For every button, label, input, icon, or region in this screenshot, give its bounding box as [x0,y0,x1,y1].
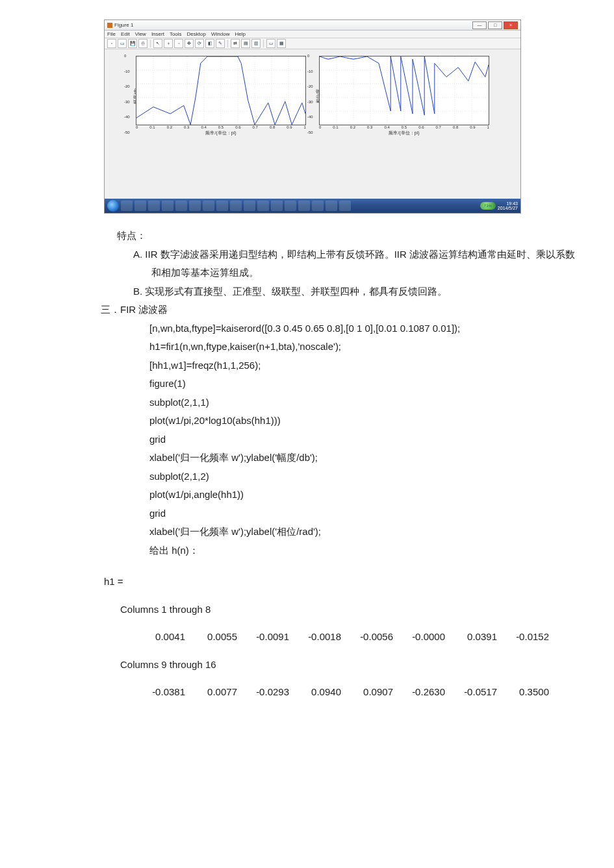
window-title: Figure 1 [114,22,133,28]
toolbar-print-icon[interactable]: ⎙ [138,39,147,48]
yticks-mag: 0 -10 -20 -30 -40 -50 [124,54,130,134]
matlab-code-block: [n,wn,bta,ftype]=kaiserord([0.3 0.45 0.6… [149,319,582,560]
document-body: 特点： A. IIR 数字滤波器采用递归型结构，即结构上带有反馈环路。IIR 滤… [32,227,582,702]
taskbar-app-icon[interactable] [175,201,187,211]
taskbar-app-icon[interactable] [230,201,242,211]
xticks-phase: 0 0.1 0.2 0.3 0.4 0.5 0.6 0.7 0.8 0.9 1 [319,125,489,129]
menubar: File Edit View Insert Tools Desktop Wind… [105,31,520,38]
toolbar-legend-icon[interactable]: ▥ [251,39,261,48]
toolbar-pan-icon[interactable]: ✥ [185,39,194,48]
menu-tools[interactable]: Tools [170,31,182,37]
taskbar-app-icon[interactable] [271,201,283,211]
toolbar-brush-icon[interactable]: ✎ [216,39,225,48]
toolbar-pointer-icon[interactable]: ↖ [153,39,162,48]
code-line: subplot(2,1,2) [149,467,582,486]
taskbar-app-icon[interactable] [339,201,351,211]
windows-taskbar: 73% 19:43 2014/5/27 [105,199,520,213]
section-3-heading: 三．FIR 滤波器 [101,301,582,319]
taskbar-app-icon[interactable] [244,201,255,211]
taskbar-app-icon[interactable] [216,201,228,211]
menu-edit[interactable]: Edit [121,31,130,37]
taskbar-app-icon[interactable] [312,201,324,211]
taskbar-app-icon[interactable] [121,201,133,211]
toolbar-link-icon[interactable]: ⇄ [231,39,240,48]
toolbar-guide-icon[interactable]: ▦ [277,39,286,48]
taskbar-app-icon[interactable] [326,201,337,211]
columns-9-16: Columns 9 through 16 [120,656,582,675]
code-line: h1=fir1(n,wn,ftype,kaiser(n+1,bta),'nosc… [149,338,582,356]
taskbar-app-icon[interactable] [203,201,214,211]
close-button[interactable]: × [504,21,518,29]
code-line: grid [149,504,582,523]
columns-1-8: Columns 1 through 8 [120,601,582,619]
code-line: figure(1) [149,375,582,393]
menu-desktop[interactable]: Desktop [187,31,206,37]
toolbar-rotate3d-icon[interactable]: ⟳ [195,39,204,48]
code-line: xlabel('归一化频率 w');ylabel('幅度/db'); [149,449,582,467]
yticks-phase: 0 -10 -20 -30 -40 -50 [307,54,313,134]
magnitude-plot-svg [136,56,305,125]
h1-label: h1 = [104,573,582,591]
tedian-label: 特点： [117,227,582,245]
toolbar: ▫ ▭ 💾 ⎙ ↖ ＋ － ✥ ⟳ ◧ ✎ ⇄ ▤ ▥ ▭ ▦ [105,38,520,49]
clock-time: 19:43 [506,201,518,206]
axes-phase: 相位/度 0 -10 -20 -30 -40 -50 0 0.1 [319,56,489,136]
phase-plot-svg [320,56,489,125]
toolbar-annotate-icon[interactable]: ▭ [266,39,275,48]
window-icon [107,23,112,28]
minimize-button[interactable]: — [472,21,487,29]
code-line: [hh1,w1]=freqz(h1,1,256); [149,356,582,375]
figure-canvas: 幅度/db 0 -10 -20 -30 -40 -50 0 0.1 [105,49,520,199]
h1-row-2: -0.0381 0.0077 -0.0293 0.0940 0.0907 -0.… [133,683,582,702]
toolbar-open-icon[interactable]: ▭ [118,39,127,48]
menu-insert[interactable]: Insert [151,31,164,37]
menu-help[interactable]: Help [235,31,245,37]
taskbar-app-icon[interactable] [134,201,146,211]
taskbar-app-icon[interactable] [298,201,310,211]
code-line: subplot(2,1,1) [149,393,582,412]
code-line: grid [149,430,582,449]
h1-row-1: 0.0041 0.0055 -0.0091 -0.0018 -0.0056 -0… [133,628,582,647]
xlabel-phase: 频率/(单位：pi) [319,130,489,136]
taskbar-app-icon[interactable] [162,201,173,211]
clock-date: 2014/5/27 [498,206,518,210]
code-line: [n,wn,bta,ftype]=kaiserord([0.3 0.45 0.6… [149,319,582,338]
taskbar-app-icon[interactable] [148,201,160,211]
xticks-mag: 0 0.1 0.2 0.3 0.4 0.5 0.6 0.7 0.8 0.9 1 [136,125,306,129]
matlab-figure-window: Figure 1 — □ × File Edit View Insert Too… [104,19,521,214]
code-line: xlabel('归一化频率 w');ylabel('相位/rad'); [149,523,582,541]
code-line: plot(w1/pi,angle(hh1)) [149,486,582,504]
xlabel-mag: 频率/(单位：pi) [136,130,306,136]
toolbar-zoomin-icon[interactable]: ＋ [164,39,173,48]
menu-window[interactable]: Window [211,31,229,37]
toolbar-new-icon[interactable]: ▫ [107,39,116,48]
maximize-button[interactable]: □ [488,21,502,29]
taskbar-app-icon[interactable] [285,201,296,211]
code-line: plot(w1/pi,20*log10(abs(hh1))) [149,412,582,430]
axes-magnitude: 幅度/db 0 -10 -20 -30 -40 -50 0 0.1 [136,56,306,136]
system-tray: 73% 19:43 2014/5/27 [480,201,518,210]
toolbar-datatip-icon[interactable]: ◧ [205,39,214,48]
toolbar-colorbar-icon[interactable]: ▤ [241,39,250,48]
window-titlebar: Figure 1 — □ × [105,20,520,31]
start-button-icon[interactable] [107,200,119,212]
toolbar-zoomout-icon[interactable]: － [174,39,183,48]
menu-view[interactable]: View [135,31,146,37]
point-b: B. 实现形式有直接型、正准型、级联型、并联型四种，都具有反馈回路。 [133,282,582,301]
menu-file[interactable]: File [107,31,116,37]
taskbar-app-icon[interactable] [189,201,201,211]
code-line: 给出 h(n)： [149,541,582,560]
point-a: A. IIR 数字滤波器采用递归型结构，即结构上带有反馈环路。IIR 滤波器运算… [133,245,582,282]
toolbar-save-icon[interactable]: 💾 [128,39,137,48]
battery-icon[interactable]: 73% [480,202,496,210]
taskbar-app-icon[interactable] [257,201,269,211]
